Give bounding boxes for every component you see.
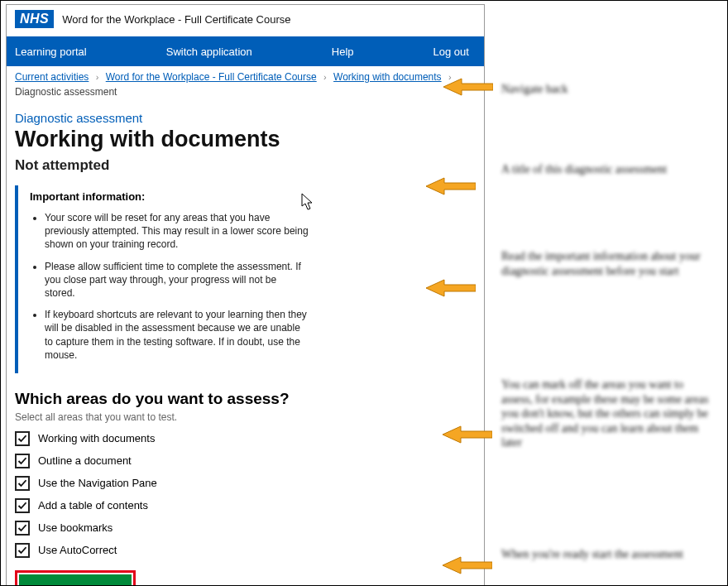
area-row: Use AutoCorrect bbox=[15, 543, 476, 558]
chevron-right-icon: › bbox=[448, 72, 452, 82]
chevron-right-icon: › bbox=[96, 72, 99, 82]
breadcrumb: Current activities › Word for the Workpl… bbox=[7, 66, 484, 99]
breadcrumb-link-current-activities[interactable]: Current activities bbox=[15, 71, 89, 83]
info-heading: Important information: bbox=[30, 190, 309, 203]
area-label: Add a table of contents bbox=[38, 499, 148, 512]
info-bullet-list: Your score will be reset for any areas t… bbox=[30, 211, 309, 362]
info-bullet: Please allow sufficient time to complete… bbox=[45, 260, 309, 300]
area-label: Use the Navigation Pane bbox=[38, 477, 157, 489]
breadcrumb-link-course[interactable]: Word for the Workplace - Full Certificat… bbox=[106, 71, 317, 83]
areas-hint: Select all areas that you want to test. bbox=[15, 411, 476, 423]
area-checkbox[interactable] bbox=[15, 543, 30, 558]
navbar: Learning portal Switch application Help … bbox=[7, 36, 484, 66]
area-row: Use bookmarks bbox=[15, 521, 476, 536]
area-row: Use the Navigation Pane bbox=[15, 476, 476, 491]
areas-heading: Which areas do you want to assess? bbox=[15, 390, 476, 408]
areas-list: Working with documentsOutline a document… bbox=[15, 431, 476, 558]
annotation-text: Read the important information about you… bbox=[501, 249, 716, 278]
area-label: Use AutoCorrect bbox=[38, 544, 117, 556]
start-button-highlight: Start assessment bbox=[15, 570, 136, 586]
main-content: Diagnostic assessment Working with docum… bbox=[7, 99, 484, 586]
page-title: Working with documents bbox=[15, 127, 476, 152]
annotation-text: You can mark off the areas you want to a… bbox=[501, 377, 716, 450]
annotation-text: When you're ready start the assessment bbox=[501, 547, 683, 562]
area-label: Outline a document bbox=[38, 454, 132, 467]
app-window: NHS Word for the Workplace - Full Certif… bbox=[6, 4, 485, 586]
area-label: Working with documents bbox=[38, 432, 155, 444]
annotation-text: Navigate back bbox=[501, 82, 568, 97]
area-checkbox[interactable] bbox=[15, 521, 30, 536]
area-checkbox[interactable] bbox=[15, 431, 30, 446]
chevron-right-icon: › bbox=[323, 72, 327, 82]
area-checkbox[interactable] bbox=[15, 454, 30, 468]
annotation-text: A title of this diagnostic assessment bbox=[501, 162, 667, 177]
area-row: Outline a document bbox=[15, 454, 476, 468]
important-information-box: Important information: Your score will b… bbox=[15, 185, 321, 373]
nav-log-out[interactable]: Log out bbox=[433, 46, 469, 58]
nhs-logo: NHS bbox=[15, 10, 54, 28]
area-label: Use bookmarks bbox=[38, 521, 113, 534]
status-text: Not attempted bbox=[15, 157, 476, 174]
nav-switch-application[interactable]: Switch application bbox=[166, 46, 252, 58]
course-title: Word for the Workplace - Full Certificat… bbox=[62, 13, 290, 26]
start-assessment-button[interactable]: Start assessment bbox=[19, 574, 132, 586]
page-kicker: Diagnostic assessment bbox=[15, 111, 476, 125]
area-row: Add a table of contents bbox=[15, 498, 476, 513]
app-header: NHS Word for the Workplace - Full Certif… bbox=[7, 5, 484, 36]
nav-learning-portal[interactable]: Learning portal bbox=[15, 46, 87, 58]
area-row: Working with documents bbox=[15, 431, 476, 446]
area-checkbox[interactable] bbox=[15, 498, 30, 513]
breadcrumb-link-section[interactable]: Working with documents bbox=[333, 71, 442, 83]
info-bullet: Your score will be reset for any areas t… bbox=[45, 211, 309, 252]
area-checkbox[interactable] bbox=[15, 476, 30, 491]
breadcrumb-current: Diagnostic assessment bbox=[15, 86, 476, 98]
nav-help[interactable]: Help bbox=[332, 46, 354, 58]
info-bullet: If keyboard shortcuts are relevant to yo… bbox=[45, 308, 309, 362]
